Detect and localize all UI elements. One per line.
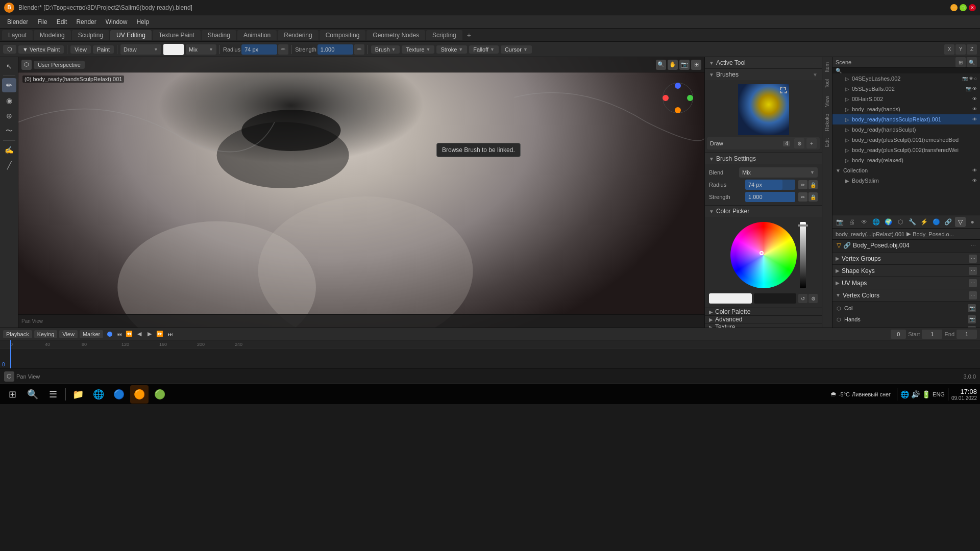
tab-layout[interactable]: Layout bbox=[2, 30, 33, 40]
axis-x[interactable]: X bbox=[944, 44, 954, 55]
taskview-button[interactable]: ☰ bbox=[44, 385, 62, 404]
props-tab-physics[interactable]: 🔵 bbox=[931, 217, 942, 227]
tree-item-body-sculpt2[interactable]: ▷ body_ready(handsSculpt) bbox=[832, 124, 980, 135]
marker-btn[interactable]: Marker bbox=[80, 330, 103, 338]
props-tab-object[interactable]: ⬡ bbox=[895, 217, 906, 227]
props-tab-material[interactable]: ● bbox=[967, 217, 978, 227]
color-picker-header[interactable]: ▼ Color Picker bbox=[705, 206, 822, 217]
minimize-button[interactable]: — bbox=[950, 4, 958, 11]
radius-lock-btn[interactable]: 🔒 bbox=[808, 180, 818, 189]
vis-icon-eye[interactable]: 👁 bbox=[972, 178, 977, 183]
brushes-header[interactable]: ▼ Brushes ▼ bbox=[705, 69, 822, 80]
tray-clock[interactable]: 17:08 09.01.2022 bbox=[951, 388, 977, 401]
vis-icon-eye[interactable]: 👁 bbox=[972, 86, 977, 91]
vis-icon-eye[interactable]: 👁 bbox=[972, 96, 977, 102]
vertex-colors-title[interactable]: ▼ Vertex Colors ⋯ bbox=[832, 289, 980, 302]
menu-file[interactable]: File bbox=[33, 17, 51, 27]
vp-grab-icon[interactable]: ✋ bbox=[668, 60, 678, 70]
color-brightness-handle[interactable] bbox=[798, 224, 808, 227]
tab-geometry-nodes[interactable]: Geometry Nodes bbox=[366, 30, 425, 40]
vertex-paint-mode[interactable]: ▼ Vertex Paint bbox=[18, 45, 64, 54]
vis-icon-camera[interactable]: 📷 bbox=[962, 76, 968, 81]
taskbar-blender[interactable]: 🟠 bbox=[130, 385, 149, 404]
tree-item-hair[interactable]: ▷ 00HairS.002 👁 bbox=[832, 94, 980, 104]
playhead-indicator[interactable] bbox=[107, 332, 112, 337]
gizmo-z-axis[interactable] bbox=[687, 95, 693, 101]
advanced-section[interactable]: ▶ Advanced bbox=[705, 316, 822, 323]
vis-icon-eye[interactable]: 👁 bbox=[972, 168, 977, 173]
tool-blur[interactable]: ◉ bbox=[2, 93, 16, 108]
axis-z[interactable]: Z bbox=[967, 44, 977, 55]
menu-help[interactable]: Help bbox=[132, 17, 153, 27]
jump-start-btn[interactable]: ⏮ bbox=[114, 330, 124, 339]
vg-options-btn[interactable]: ⋯ bbox=[969, 255, 977, 263]
props-tab-data[interactable]: ▽ bbox=[955, 217, 966, 227]
vis-icon-eye[interactable]: 👁 bbox=[969, 76, 973, 81]
radius-input[interactable]: 74 px bbox=[241, 44, 277, 55]
radius-prop-input[interactable]: 74 px bbox=[745, 180, 795, 190]
gizmo-x-axis[interactable] bbox=[663, 95, 669, 101]
vis-icon-render[interactable]: ○ bbox=[974, 76, 977, 81]
vc-options-btn[interactable]: ⋯ bbox=[969, 291, 977, 299]
tray-battery-icon[interactable]: 🔋 bbox=[922, 390, 930, 398]
start-button[interactable]: ⊞ bbox=[3, 385, 21, 404]
vc-item-col[interactable]: ⬡ Col 📷 bbox=[832, 303, 980, 314]
radius-edit-btn[interactable]: ✏ bbox=[798, 180, 807, 189]
vc-camera-icon[interactable]: 📷 bbox=[968, 304, 976, 312]
timeline-track[interactable]: 0 40 80 120 160 200 240 0 bbox=[0, 340, 980, 368]
falloff-dropdown[interactable]: Falloff ▼ bbox=[469, 45, 499, 54]
taskbar-browser[interactable]: 🌐 bbox=[89, 385, 108, 404]
viewport-mode-icon[interactable]: ⬡ bbox=[3, 45, 16, 54]
tab-uv-editing[interactable]: UV Editing bbox=[110, 30, 152, 40]
swatch-reset-btn[interactable]: ↺ bbox=[798, 294, 807, 303]
vp-camera-icon[interactable]: 📷 bbox=[679, 60, 690, 70]
menu-blender[interactable]: Blender bbox=[3, 17, 32, 27]
tray-network-icon[interactable]: 🌐 bbox=[900, 390, 909, 398]
props-tab-output[interactable]: 🖨 bbox=[847, 217, 858, 227]
strength-edit-btn[interactable]: ✏ bbox=[798, 192, 807, 202]
gizmo-neg-y[interactable] bbox=[675, 107, 681, 113]
tree-item-body-transfer[interactable]: ▷ body_ready(plusSculpt).002(transferedW… bbox=[832, 145, 980, 155]
tab-animation[interactable]: Animation bbox=[237, 30, 277, 40]
tree-item-collection[interactable]: ▼ Collection 👁 bbox=[832, 165, 980, 176]
panel-options-icon[interactable]: ⋯ bbox=[813, 60, 818, 66]
jump-end-btn[interactable]: ⏭ bbox=[165, 330, 175, 339]
props-tab-modifier[interactable]: 🔧 bbox=[906, 217, 918, 227]
color-wheel-container[interactable] bbox=[730, 222, 797, 288]
props-tab-world[interactable]: 🌍 bbox=[883, 217, 894, 227]
gizmo-y-axis[interactable] bbox=[675, 83, 681, 89]
props-tab-scene[interactable]: 🌐 bbox=[871, 217, 882, 227]
menu-render[interactable]: Render bbox=[72, 17, 100, 27]
uv-options-btn[interactable]: ⋯ bbox=[969, 279, 977, 287]
strength-lock-btn[interactable]: 🔒 bbox=[808, 192, 818, 202]
props-tab-constraints[interactable]: 🔗 bbox=[943, 217, 954, 227]
taskbar-edge[interactable]: 🔵 bbox=[110, 385, 128, 404]
tree-item-body-sculp[interactable]: ▷ body_ready(handsSculpRelaxt).001 👁 bbox=[832, 114, 980, 124]
strength-prop-input[interactable]: 1.000 bbox=[745, 192, 795, 202]
radius-icon-btn[interactable]: ✏ bbox=[278, 44, 288, 55]
step-back-btn[interactable]: ⏪ bbox=[125, 330, 134, 339]
tree-item-body-relaxed[interactable]: ▷ body_ready(relaxed) bbox=[832, 155, 980, 165]
tab-shading[interactable]: Shading bbox=[202, 30, 236, 40]
vc-item-hands[interactable]: ⬡ Hands 📷 bbox=[832, 314, 980, 325]
color-swatch-header[interactable] bbox=[163, 44, 184, 55]
sk-options-btn[interactable]: ⋯ bbox=[969, 267, 977, 275]
color-palette-section[interactable]: ▶ Color Palette bbox=[705, 308, 822, 316]
tool-annotate-line[interactable]: ╱ bbox=[2, 158, 16, 172]
blend-select[interactable]: Mix ▼ bbox=[739, 167, 818, 178]
props-tab-render[interactable]: 📷 bbox=[835, 217, 846, 227]
tab-scripting[interactable]: Scripting bbox=[426, 30, 462, 40]
viewport-3d[interactable]: ⬡ User Perspective 🔍 ✋ 📷 ⊞ (0) body_read… bbox=[18, 57, 704, 328]
side-tab-view[interactable]: View bbox=[823, 93, 831, 110]
stroke-dropdown[interactable]: Stroke ▼ bbox=[436, 45, 467, 54]
outliner-search-icon[interactable]: 🔍 bbox=[967, 57, 977, 67]
axis-y[interactable]: Y bbox=[955, 44, 966, 55]
side-tab-tool[interactable]: Tool bbox=[823, 76, 831, 91]
tree-item-eyeballs[interactable]: ▷ 05SEyeBalls.002 📷 👁 bbox=[832, 84, 980, 94]
play-reverse-btn[interactable]: ◀ bbox=[135, 330, 144, 339]
tool-annotate[interactable]: ✍ bbox=[2, 143, 16, 157]
taskbar-app[interactable]: 🟢 bbox=[151, 385, 169, 404]
side-tab-item[interactable]: Item bbox=[823, 59, 831, 75]
tree-item-eyelashes[interactable]: ▷ 04SEyeLashes.002 📷 👁 ○ bbox=[832, 73, 980, 84]
draw-mode-selector[interactable]: Draw ▼ bbox=[120, 44, 161, 55]
